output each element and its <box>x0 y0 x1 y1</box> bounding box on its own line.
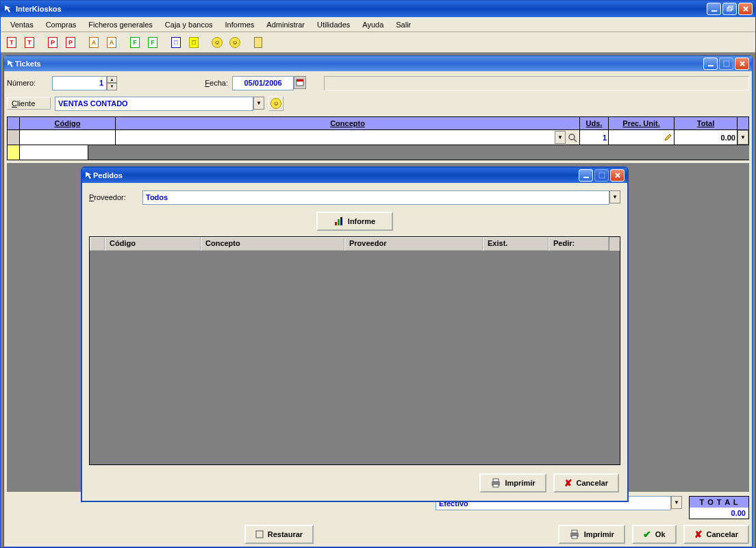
pedidos-grid-header: Código Concepto Proveedor Exist. Pedir: <box>90 237 609 251</box>
svg-rect-12 <box>572 536 577 538</box>
chart-icon <box>334 216 344 226</box>
cell-concepto[interactable]: ▼ <box>116 130 580 145</box>
cell-prec-unit[interactable] <box>609 130 675 145</box>
fecha-label: Fecha: <box>194 79 228 87</box>
pencil-icon[interactable] <box>662 130 674 145</box>
pedidos-footer: Imprimir ✘ Cancelar <box>89 471 620 495</box>
numero-input[interactable]: 1 <box>52 76 107 90</box>
toolbar: T T P P A A F F □ □ ☺ ☺ <box>1 32 755 53</box>
svg-rect-11 <box>572 530 577 533</box>
tickets-close-button[interactable] <box>735 58 749 70</box>
svg-rect-4 <box>724 61 729 66</box>
menu-administrar[interactable]: Administrar <box>261 19 310 30</box>
tickets-title: Tickets <box>15 60 703 68</box>
proveedor-label: Proveedor: <box>89 193 138 201</box>
grid-scroll-down[interactable]: ▼ <box>738 130 748 145</box>
cliente-search-button[interactable]: ☺ <box>268 96 284 111</box>
x-icon: ✘ <box>694 529 703 540</box>
ok-button[interactable]: ✔ Ok <box>632 525 677 544</box>
menu-ventas[interactable]: Ventas <box>5 19 39 30</box>
pedidos-col-proveedor: Proveedor <box>344 237 483 251</box>
x-icon: ✘ <box>564 477 572 488</box>
pedidos-icon <box>85 171 93 179</box>
pedidos-grid: Código Concepto Proveedor Exist. Pedir: <box>89 236 620 465</box>
menu-compras[interactable]: Compras <box>40 19 82 30</box>
toolbar-exit-button[interactable] <box>250 34 266 51</box>
col-total: Total <box>675 117 738 129</box>
pedidos-title: Pedidos <box>93 171 579 179</box>
close-button[interactable] <box>738 3 753 15</box>
menu-ficheros[interactable]: Ficheros generales <box>83 19 158 30</box>
cell-total: 0.00 <box>675 130 738 145</box>
toolbar-blue-button[interactable]: □ <box>168 34 184 51</box>
toolbar-f-search-button[interactable]: F <box>144 34 161 51</box>
fecha-calendar-button[interactable] <box>294 76 306 89</box>
print-icon <box>490 478 501 488</box>
cliente-label[interactable]: Cliente <box>7 97 51 110</box>
pedidos-grid-scrollbar[interactable] <box>609 237 620 251</box>
total-label: T O T A L <box>690 497 748 508</box>
tickets-imprimir-button[interactable]: Imprimir <box>558 525 625 544</box>
pedidos-cancelar-button[interactable]: ✘ Cancelar <box>553 473 619 493</box>
row-handle-active[interactable] <box>8 145 20 160</box>
numero-spinner-up[interactable]: ▲ <box>107 76 117 84</box>
menu-utilidades[interactable]: Utilidades <box>312 19 355 30</box>
pedidos-col-pedir: Pedir: <box>549 237 609 251</box>
restore-button[interactable] <box>722 3 737 15</box>
pedidos-titlebar: Pedidos <box>82 168 627 183</box>
toolbar-face1-button[interactable]: ☺ <box>209 34 225 51</box>
menu-ayuda[interactable]: Ayuda <box>357 19 389 30</box>
toolbar-a-search-button[interactable]: A <box>103 34 120 51</box>
tickets-icon <box>7 60 15 68</box>
svg-rect-3 <box>708 65 714 66</box>
pedidos-minimize-button[interactable] <box>579 169 593 182</box>
proveedor-combo-button[interactable]: ▼ <box>609 190 620 203</box>
cell-empty[interactable] <box>20 145 88 160</box>
menu-caja[interactable]: Caja y bancos <box>160 19 218 30</box>
toolbar-face2-button[interactable]: ☺ <box>227 34 243 51</box>
app-icon <box>3 4 13 14</box>
cell-uds[interactable]: 1 <box>580 130 609 145</box>
fecha-input[interactable]: 05/01/2006 <box>232 76 294 90</box>
numero-spinner: ▲ ▼ <box>107 76 117 90</box>
menu-informes[interactable]: Informes <box>220 19 260 30</box>
svg-rect-9 <box>256 531 263 538</box>
toolbar-yellow-button[interactable]: □ <box>186 34 202 51</box>
toolbar-p-search-button[interactable]: P <box>62 34 79 51</box>
tickets-cancelar-button[interactable]: ✘ Cancelar <box>683 525 749 544</box>
cliente-combo[interactable]: VENTAS CONTADO <box>55 97 253 111</box>
pedidos-grid-body <box>90 251 620 464</box>
concepto-search-button[interactable] <box>566 131 579 145</box>
cell-codigo[interactable] <box>20 130 116 145</box>
numero-label: Número: <box>7 79 48 87</box>
minimize-button[interactable] <box>707 3 721 15</box>
app-title: InterKioskos <box>16 5 707 13</box>
print-icon <box>569 530 580 539</box>
toolbar-t-button[interactable]: T <box>3 34 20 51</box>
toolbar-a-button[interactable]: A <box>86 34 102 51</box>
toolbar-p-button[interactable]: P <box>45 34 61 51</box>
pedidos-proveedor-row: Proveedor: Todos ▼ <box>89 188 620 206</box>
tickets-body: Número: 1 ▲ ▼ Fecha: 05/01/2006 <box>4 71 752 547</box>
numero-spinner-down[interactable]: ▼ <box>107 83 117 90</box>
restaurar-button[interactable]: Restaurar <box>244 525 314 544</box>
pedidos-col-codigo: Código <box>105 237 201 251</box>
pedidos-close-button[interactable] <box>610 169 625 182</box>
menu-salir[interactable]: Salir <box>390 19 416 30</box>
cliente-combo-button[interactable]: ▼ <box>253 97 264 110</box>
svg-rect-16 <box>338 219 340 225</box>
toolbar-t-search-button[interactable]: T <box>21 34 38 51</box>
col-codigo: Código <box>20 117 116 129</box>
app-window: InterKioskos Ventas Compras Ficheros gen… <box>0 0 756 548</box>
payment-combo-button[interactable]: ▼ <box>671 496 682 509</box>
row-handle[interactable] <box>8 130 20 145</box>
menubar: Ventas Compras Ficheros generales Caja y… <box>1 17 755 32</box>
pedidos-imprimir-button[interactable]: Imprimir <box>479 473 546 493</box>
informe-button[interactable]: Informe <box>316 212 393 231</box>
col-concepto: Concepto <box>116 117 580 129</box>
proveedor-combo[interactable]: Todos <box>142 190 609 205</box>
tickets-minimize-button[interactable] <box>703 58 718 70</box>
pedidos-body: Proveedor: Todos ▼ Informe <box>82 183 627 501</box>
concepto-combo-button[interactable]: ▼ <box>555 131 566 144</box>
toolbar-f-button[interactable]: F <box>127 34 143 51</box>
